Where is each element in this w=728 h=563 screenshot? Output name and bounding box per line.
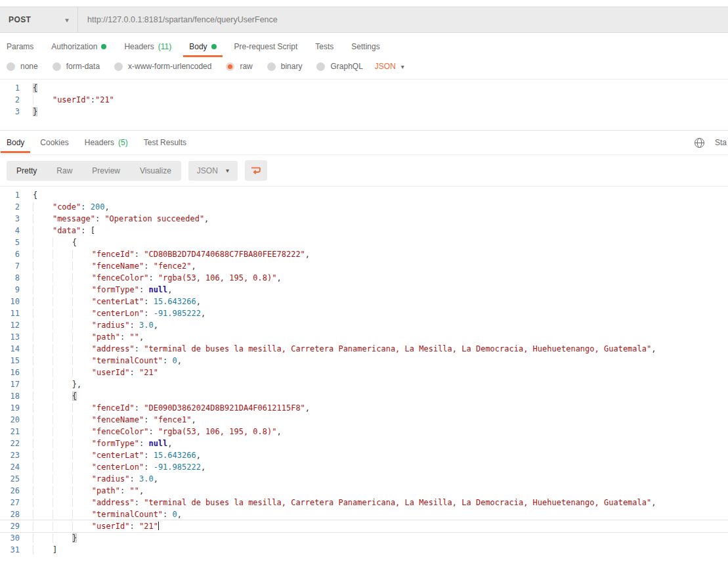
code-text: "fenceId": "CD80BB2D7D4740688C7FBA80FEE7… [26, 248, 310, 260]
token: : [130, 321, 139, 330]
response-tab-headers[interactable]: Headers (5) [85, 129, 128, 156]
globe-icon[interactable] [694, 137, 705, 148]
token: , [191, 261, 196, 271]
tab-body[interactable]: Body [189, 33, 216, 60]
token [72, 332, 92, 342]
code-line-24[interactable]: 24 "centerLon": -91.985222, [0, 461, 728, 473]
code-line-21[interactable]: 21 "fenceColor": "rgba(53, 106, 195, 0.8… [0, 426, 728, 438]
code-line-30[interactable]: 30 } [0, 532, 728, 544]
code-line-18[interactable]: 18 { [0, 390, 728, 402]
code-line-23[interactable]: 23 "centerLat": 15.643266, [0, 449, 728, 461]
code-line-27[interactable]: 27 "address": "terminal de buses la mesi… [0, 497, 728, 508]
code-line-12[interactable]: 12 "radius": 3.0, [0, 319, 728, 331]
token [53, 273, 72, 282]
token: "fenceName" [92, 261, 144, 271]
token: , [191, 415, 196, 424]
code-line-29[interactable]: 29 "userId": "21" [0, 520, 728, 532]
method-selector[interactable]: POST ▾ [0, 15, 77, 24]
tab-pre-request-script[interactable]: Pre-request Script [234, 33, 298, 60]
code-line-3[interactable]: 3 "message": "Operation succeeded", [0, 213, 728, 225]
token [53, 297, 72, 306]
code-line-22[interactable]: 22 "formType": null, [0, 438, 728, 449]
token: : [144, 415, 153, 424]
code-line-20[interactable]: 20 "fenceName": "fence1", [0, 414, 728, 426]
view-visualize[interactable]: Visualize [130, 161, 181, 181]
body-type-graphql[interactable]: GraphQL [316, 62, 362, 71]
body-type-form-data[interactable]: form-data [53, 62, 100, 71]
tab-authorization[interactable]: Authorization [51, 33, 106, 60]
code-line-13[interactable]: 13 "path": "", [0, 331, 728, 343]
token: "radius" [92, 321, 130, 330]
response-tab-cookies[interactable]: Cookies [40, 129, 68, 156]
token [33, 510, 53, 519]
response-body-editor[interactable]: 1{2 "code": 200,3 "message": "Operation … [0, 186, 728, 563]
code-line-1[interactable]: 1{ [0, 82, 728, 94]
response-language-selector[interactable]: JSON ▾ [188, 161, 238, 181]
code-line-19[interactable]: 19 "fenceId": "DE090D3862024D8B921DA4F06… [0, 402, 728, 414]
body-type-raw[interactable]: raw [226, 62, 252, 71]
code-line-5[interactable]: 5 { [0, 236, 728, 248]
line-number: 1 [0, 82, 26, 94]
token: , [651, 344, 656, 353]
code-line-14[interactable]: 14 "address": "terminal de buses la mesi… [0, 343, 728, 355]
code-line-10[interactable]: 10 "centerLat": 15.643266, [0, 296, 728, 307]
code-line-17[interactable]: 17 }, [0, 378, 728, 390]
token: , [277, 427, 282, 436]
line-number: 27 [0, 497, 26, 508]
response-tab-test-results[interactable]: Test Results [144, 129, 186, 156]
response-tab-body[interactable]: Body [7, 129, 24, 156]
view-pretty[interactable]: Pretty [7, 161, 47, 181]
token [53, 332, 72, 342]
code-text: "userId":"21" [26, 94, 114, 106]
body-type-none[interactable]: none [7, 62, 38, 71]
token [33, 214, 53, 223]
tab-headers[interactable]: Headers (11) [124, 33, 171, 60]
code-line-9[interactable]: 9 "formType": null, [0, 284, 728, 296]
token: { [33, 83, 37, 93]
code-line-16[interactable]: 16 "userId": "21" [0, 367, 728, 378]
token [33, 439, 53, 448]
view-preview[interactable]: Preview [82, 161, 130, 181]
code-line-8[interactable]: 8 "fenceColor": "rgba(53, 106, 195, 0.8)… [0, 272, 728, 284]
body-type-x-www-form-urlencoded[interactable]: x-www-form-urlencoded [114, 62, 211, 71]
tab-params[interactable]: Params [7, 33, 33, 60]
tab-label: Cookies [40, 138, 68, 147]
code-text: "terminalCount": 0, [26, 355, 182, 367]
code-line-2[interactable]: 2 "code": 200, [0, 201, 728, 213]
code-line-31[interactable]: 31 ] [0, 544, 728, 556]
code-line-28[interactable]: 28 "terminalCount": 0, [0, 508, 728, 520]
token [53, 392, 72, 401]
token: , [154, 321, 158, 330]
request-body-editor[interactable]: 1{2 "userId":"21"3} [0, 79, 728, 125]
wrap-text-button[interactable] [245, 160, 267, 181]
url-input[interactable]: http://127.0.0.1:8181/spartan/fence/quer… [78, 15, 278, 24]
code-line-4[interactable]: 4 "data": [ [0, 225, 728, 236]
response-section: Body Cookies Headers (5) Test Results St… [0, 130, 728, 563]
code-line-11[interactable]: 11 "centerLon": -91.985222, [0, 307, 728, 319]
code-line-26[interactable]: 26 "path": "", [0, 485, 728, 497]
line-number: 11 [0, 307, 26, 319]
tab-tests[interactable]: Tests [315, 33, 333, 60]
token [72, 273, 92, 282]
token: "centerLon" [92, 309, 144, 318]
raw-language-selector[interactable]: JSON ▾ [375, 62, 404, 71]
code-line-15[interactable]: 15 "terminalCount": 0, [0, 355, 728, 367]
code-line-6[interactable]: 6 "fenceId": "CD80BB2D7D4740688C7FBA80FE… [0, 248, 728, 260]
code-line-25[interactable]: 25 "radius": 3.0, [0, 473, 728, 485]
code-line-7[interactable]: 7 "fenceName": "fence2", [0, 260, 728, 272]
tab-settings[interactable]: Settings [351, 33, 379, 60]
code-line-3[interactable]: 3} [0, 106, 728, 118]
token: : [135, 344, 144, 353]
view-raw[interactable]: Raw [47, 161, 82, 181]
line-number: 14 [0, 343, 26, 355]
code-line-1[interactable]: 1{ [0, 189, 728, 201]
token: "address" [92, 498, 135, 507]
body-type-binary[interactable]: binary [267, 62, 303, 71]
code-line-2[interactable]: 2 "userId":"21" [0, 94, 728, 106]
token: { [33, 191, 37, 200]
token: : [120, 332, 129, 342]
token: "rgba(53, 106, 195, 0.8)" [158, 427, 277, 436]
token [33, 533, 53, 543]
token: "21" [95, 95, 114, 104]
token [33, 344, 53, 353]
